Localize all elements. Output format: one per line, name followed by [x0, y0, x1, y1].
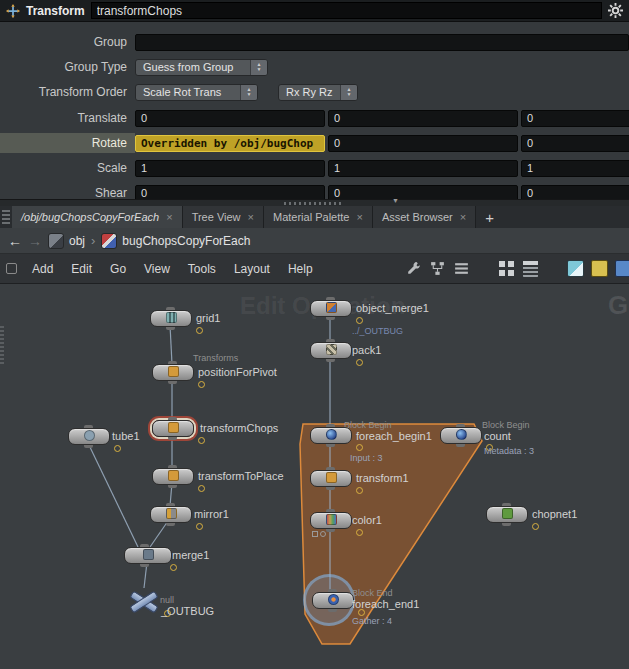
node-chopnet1[interactable]	[486, 506, 528, 523]
node-flag[interactable]	[356, 317, 363, 324]
pin-icon[interactable]	[6, 263, 17, 274]
color-swatch-icon[interactable]	[567, 260, 584, 277]
node-positionForPivot[interactable]	[152, 364, 194, 381]
close-icon[interactable]: ×	[166, 211, 172, 223]
gear-icon[interactable]	[608, 3, 623, 18]
node-flag[interactable]	[356, 444, 363, 451]
menu-go[interactable]: Go	[101, 262, 135, 276]
menu-edit[interactable]: Edit	[62, 262, 101, 276]
node-pack1[interactable]	[310, 342, 352, 359]
node-flag[interactable]	[356, 487, 363, 494]
menu-help[interactable]: Help	[279, 262, 322, 276]
sticky-note-icon[interactable]	[591, 260, 608, 277]
splitter-collapse-icon[interactable]: ▼	[392, 197, 399, 204]
thumbnail-view-icon[interactable]	[498, 260, 515, 277]
node-tube1[interactable]	[68, 428, 110, 445]
node-count[interactable]	[440, 427, 482, 444]
translate-y-field[interactable]	[328, 110, 518, 127]
pack-icon	[326, 344, 337, 355]
node-flag[interactable]	[170, 564, 177, 571]
tab-asset-browser[interactable]: Asset Browser ×	[373, 206, 476, 228]
node-flag[interactable]	[198, 485, 205, 492]
node-foreach_end1[interactable]	[312, 592, 354, 609]
transform-order-dropdown[interactable]: Scale Rot Trans ▲▼	[135, 84, 258, 101]
node-flag[interactable]	[532, 523, 539, 530]
node-object_merge1[interactable]	[310, 300, 352, 317]
node-transformChops[interactable]	[152, 420, 194, 437]
node-mirror1[interactable]	[150, 506, 192, 523]
back-button[interactable]: ←	[8, 234, 22, 248]
tab-network-editor[interactable]: /obj/bugChopsCopyForEach ×	[12, 206, 183, 228]
group-input[interactable]	[135, 34, 629, 51]
close-icon[interactable]: ×	[356, 211, 362, 223]
parameter-pane: Group Group Type Guess from Group ▲▼ Tra…	[0, 22, 629, 199]
network-path-bar: ← → obj › bugChopsCopyForEach	[0, 228, 629, 254]
translate-z-field[interactable]	[521, 110, 629, 127]
obj-network-icon	[48, 233, 64, 249]
tab-material-palette[interactable]: Material Palette ×	[264, 206, 373, 228]
scale-z-field[interactable]	[521, 160, 629, 177]
node-flag[interactable]	[358, 609, 365, 616]
scale-x-field[interactable]	[135, 160, 325, 177]
node-label: transformToPlace	[198, 470, 284, 482]
param-label-group-type: Group Type	[0, 57, 135, 77]
node-foreach_begin1[interactable]	[310, 427, 352, 444]
param-row-group-type: Group Type Guess from Group ▲▼	[0, 57, 629, 77]
node-grid1[interactable]	[150, 310, 192, 327]
tab-grip-icon[interactable]	[2, 210, 10, 224]
rotate-z-field[interactable]	[521, 135, 629, 152]
node-transformToPlace[interactable]	[152, 468, 194, 485]
tab-tree-view[interactable]: Tree View ×	[183, 206, 264, 228]
node-OUTBUG-null[interactable]	[126, 588, 162, 616]
network-menu-bar: Add Edit Go View Tools Layout Help	[0, 254, 629, 284]
rotate-y-field[interactable]	[328, 135, 518, 152]
menu-add[interactable]: Add	[23, 262, 62, 276]
breadcrumb-node[interactable]: bugChopsCopyForEach	[101, 233, 250, 249]
translate-x-field[interactable]	[135, 110, 325, 127]
splitter-grip-icon[interactable]	[284, 202, 344, 205]
forward-button[interactable]: →	[28, 234, 42, 248]
new-tab-button[interactable]: +	[476, 206, 503, 228]
menu-tools[interactable]: Tools	[179, 262, 225, 276]
block-caption: Block Begin	[482, 420, 530, 430]
spinner-icon[interactable]: ▲▼	[240, 85, 257, 100]
node-flag[interactable]	[198, 381, 205, 388]
scale-y-field[interactable]	[328, 160, 518, 177]
transform-node-icon	[6, 4, 20, 18]
node-color1[interactable]	[310, 512, 352, 529]
node-name-input[interactable]	[91, 2, 602, 19]
menu-view[interactable]: View	[135, 262, 179, 276]
menu-layout[interactable]: Layout	[225, 262, 279, 276]
rotate-x-field-overridden[interactable]	[135, 135, 325, 152]
node-flag[interactable]	[196, 523, 203, 530]
network-tree-icon[interactable]	[429, 260, 446, 277]
spinner-icon[interactable]: ▲▼	[250, 60, 267, 75]
node-label: foreach_begin1	[356, 430, 432, 442]
network-overview-icon[interactable]	[615, 260, 629, 277]
param-label-transform-order: Transform Order	[0, 82, 135, 102]
network-editor[interactable]: Edit Operation Geometry	[0, 284, 629, 669]
detail-view-icon[interactable]	[522, 260, 539, 277]
node-label: chopnet1	[532, 508, 577, 520]
node-transform1[interactable]	[310, 470, 352, 487]
rotate-order-dropdown[interactable]: Rx Ry Rz ▲▼	[278, 84, 358, 101]
block-info: Metadata : 3	[484, 446, 534, 456]
group-type-dropdown[interactable]: Guess from Group ▲▼	[135, 59, 268, 76]
spinner-icon[interactable]: ▲▼	[340, 85, 357, 100]
node-flag[interactable]	[198, 437, 205, 444]
breadcrumb-obj[interactable]: obj	[48, 233, 85, 249]
node-flag[interactable]	[114, 445, 121, 452]
node-merge1[interactable]	[124, 547, 172, 564]
node-badge-icon	[312, 531, 318, 537]
houdini-window: Transform Group Group Type Guess from Gr…	[0, 0, 629, 669]
close-icon[interactable]: ×	[460, 211, 466, 223]
node-flag[interactable]	[356, 529, 363, 536]
wrench-icon[interactable]	[405, 260, 422, 277]
node-flag[interactable]	[196, 327, 203, 334]
list-view-icon[interactable]	[453, 260, 470, 277]
param-row-scale: Scale	[0, 158, 629, 178]
close-icon[interactable]: ×	[248, 211, 254, 223]
block-info: Gather : 4	[352, 616, 392, 626]
node-flag[interactable]	[356, 359, 363, 366]
param-label-translate: Translate	[0, 108, 135, 128]
